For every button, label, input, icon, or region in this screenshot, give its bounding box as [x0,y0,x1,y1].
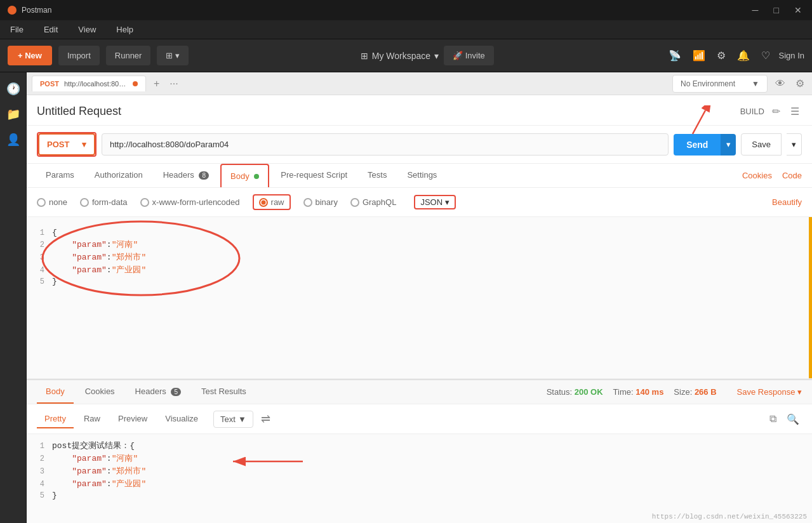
resp-code-content-4: "param":"产业园" [52,478,146,489]
save-button[interactable]: Save [741,133,782,156]
send-button[interactable]: Send [674,134,721,156]
minimize-button[interactable]: ─ [750,5,761,15]
workspace-arrow-icon: ▾ [434,51,439,61]
tab-pre-request[interactable]: Pre-request Script [272,164,356,187]
sign-in-button[interactable]: Sign In [779,51,804,60]
resp-tab-test-results[interactable]: Test Results [192,380,255,404]
send-group: Send ▾ [674,134,736,156]
body-type-form-data-label: form-data [92,197,128,207]
menu-view[interactable]: View [73,22,101,37]
tab-params[interactable]: Params [37,164,83,187]
body-type-form-data[interactable]: form-data [80,197,128,207]
import-button[interactable]: Import [58,46,100,65]
maximize-button[interactable]: □ [771,5,782,15]
search-response-button[interactable]: 🔍 [784,411,802,428]
text-format-arrow-icon: ▼ [238,414,246,424]
satellite-icon-button[interactable]: 📡 [666,47,684,64]
resp-tab-cookies[interactable]: Cookies [76,380,124,404]
line-number-1: 1 [27,228,52,237]
body-type-binary-label: binary [316,197,338,207]
workspace-selector[interactable]: ⊞ My Workspace ▾ [361,51,439,61]
text-format-dropdown[interactable]: Text ▼ [213,411,253,428]
body-type-row: none form-data x-www-form-urlencoded raw… [27,188,812,217]
resp-line-number-4: 4 [27,480,52,489]
cookies-link[interactable]: Cookies [742,171,772,180]
save-response-button[interactable]: Save Response ▾ [737,387,802,397]
method-selector[interactable]: POST ▾ [38,133,95,156]
body-type-graphql[interactable]: GraphQL [350,197,396,207]
request-tab[interactable]: POST http://localhost:8080/doPara... [32,76,146,91]
resp-line-5: 5 } [27,490,812,501]
code-content-2: "param":"河南" [52,239,138,250]
new-button[interactable]: + New [8,46,52,65]
tab-tests[interactable]: Tests [359,164,396,187]
radio-binary-icon [303,198,312,207]
json-dropdown-icon: ▾ [445,197,449,207]
format-visualize[interactable]: Visualize [157,410,206,428]
resp-headers-count-badge: 5 [171,388,181,396]
line-number-3: 3 [27,253,52,262]
save-dropdown-button[interactable]: ▾ [787,133,802,156]
format-raw[interactable]: Raw [76,410,108,428]
tab-settings[interactable]: Settings [398,164,446,187]
heart-icon-button[interactable]: ♡ [759,47,773,64]
radio-urlencoded-icon [140,198,149,207]
body-type-raw[interactable]: raw [253,194,291,210]
sidebar-collections[interactable]: 📁 [2,103,25,126]
signal-icon-button[interactable]: 📶 [690,47,708,64]
request-body-editor[interactable]: 1 { 2 "param":"河南" 3 "p [27,217,812,379]
env-settings-button[interactable]: ⚙ [793,75,807,92]
format-preview[interactable]: Preview [110,410,155,428]
time-label: Time: 140 ms [613,387,664,397]
format-pretty[interactable]: Pretty [37,410,74,428]
runner-button[interactable]: Runner [106,46,151,65]
json-badge-label: JSON [420,197,443,207]
content-area: POST http://localhost:8080/doPara... + ·… [27,72,812,523]
beautify-link[interactable]: Beautify [772,197,802,207]
tab-authorization[interactable]: Authorization [86,164,152,187]
body-type-urlencoded[interactable]: x-www-form-urlencoded [140,197,240,207]
sidebar-user[interactable]: 👤 [2,128,25,151]
wrap-button[interactable]: ⇌ [256,409,276,428]
code-content-3: "param":"郑州市" [52,251,146,263]
close-button[interactable]: ✕ [792,5,804,15]
sidebar-history[interactable]: 🕐 [2,77,25,100]
code-link[interactable]: Code [782,171,802,180]
body-type-binary[interactable]: binary [303,197,338,207]
workspace-grid-icon: ⊞ [361,51,368,61]
workspace-label: My Workspace [372,51,430,61]
radio-raw-icon [259,198,268,207]
invite-button[interactable]: 🚀 Invite [444,46,494,65]
send-dropdown-button[interactable]: ▾ [721,134,736,156]
code-line-5: 5 } [27,276,812,287]
menu-help[interactable]: Help [111,22,138,37]
resp-tab-headers[interactable]: Headers 5 [126,380,190,404]
tab-more-button[interactable]: ··· [167,76,180,92]
text-format-label: Text [220,414,236,424]
env-view-button[interactable]: 👁 [773,76,788,92]
copy-response-button[interactable]: ⧉ [767,411,779,428]
url-input[interactable] [102,133,669,156]
method-selector-wrapper: POST ▾ [37,132,97,157]
menu-edit[interactable]: Edit [39,22,63,37]
tab-headers[interactable]: Headers 8 [154,164,218,187]
code-editor-content: 1 { 2 "param":"河南" 3 "p [27,222,812,292]
bell-icon-button[interactable]: 🔔 [735,47,752,64]
new-tab-button[interactable]: + [149,76,164,92]
layout-button[interactable]: ⊞ ▾ [157,46,189,65]
json-badge[interactable]: JSON ▾ [414,195,455,209]
menu-file[interactable]: File [5,22,29,37]
response-body-area: 1 post提交测试结果：{ 2 "param":"河南" 3 "param":… [27,434,812,523]
method-label: POST [47,140,69,149]
edit-icon-button[interactable]: ✏ [769,103,783,120]
resp-tab-body[interactable]: Body [37,380,74,404]
status-label: Status: 200 OK [547,387,603,397]
tab-bar: POST http://localhost:8080/doPara... + ·… [27,72,812,95]
body-active-dot [254,174,259,179]
docs-icon-button[interactable]: ☰ [788,103,802,120]
tab-body[interactable]: Body [220,164,269,187]
environment-selector[interactable]: No Environment ▼ [672,75,768,93]
body-type-none[interactable]: none [37,197,67,207]
headers-count-badge: 8 [199,171,209,180]
settings-icon-button[interactable]: ⚙ [714,47,728,64]
